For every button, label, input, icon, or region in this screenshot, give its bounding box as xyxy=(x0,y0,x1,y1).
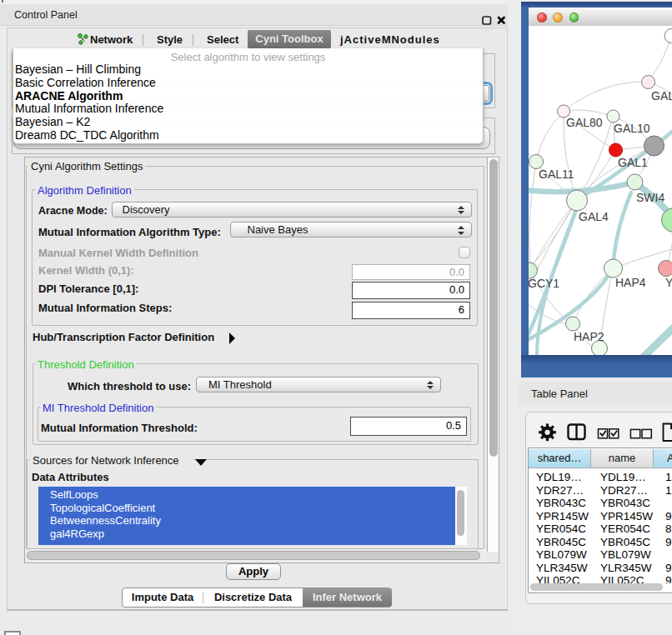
svg-text:HAP4: HAP4 xyxy=(615,276,646,289)
svg-text:SWI4: SWI4 xyxy=(636,191,664,204)
svg-text:GAL11: GAL11 xyxy=(539,168,574,181)
svg-text:GAL4: GAL4 xyxy=(579,210,609,223)
svg-text:GAL10: GAL10 xyxy=(614,122,650,135)
svg-text:GAL1: GAL1 xyxy=(618,156,648,169)
svg-text:HAP2: HAP2 xyxy=(574,330,604,343)
svg-text:GAL80: GAL80 xyxy=(566,116,603,129)
svg-text:Y: Y xyxy=(665,276,672,289)
svg-text:GCY1: GCY1 xyxy=(529,277,559,290)
svg-text:GAL2: GAL2 xyxy=(651,89,672,102)
